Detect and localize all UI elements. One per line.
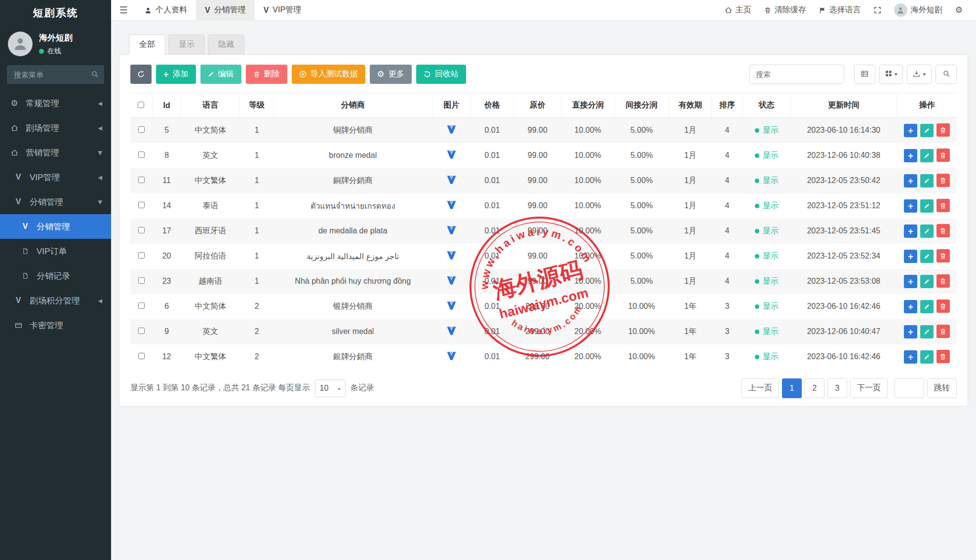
row-image-cell[interactable] bbox=[432, 193, 471, 219]
table-search-input[interactable] bbox=[749, 65, 844, 84]
row-delete-button[interactable] bbox=[937, 224, 950, 237]
row-add-button[interactable]: + bbox=[904, 275, 917, 288]
refresh-button[interactable] bbox=[130, 65, 152, 84]
sidebar-item-8[interactable]: V剧场积分管理◂ bbox=[0, 288, 111, 313]
filter-tab-2[interactable]: 隐藏 bbox=[208, 35, 244, 55]
column-header-2[interactable]: 等级 bbox=[240, 93, 274, 118]
sidebar-item-1[interactable]: 剧场管理◂ bbox=[0, 115, 111, 140]
search-icon[interactable] bbox=[91, 71, 98, 77]
row-image-cell[interactable] bbox=[432, 294, 471, 319]
page-jump-input[interactable] bbox=[895, 378, 924, 398]
row-checkbox[interactable] bbox=[138, 177, 145, 183]
row-image-cell[interactable] bbox=[432, 143, 471, 168]
row-add-button[interactable]: + bbox=[904, 124, 917, 137]
row-edit-button[interactable] bbox=[920, 350, 934, 364]
row-checkbox[interactable] bbox=[138, 227, 145, 233]
fullscreen-button[interactable] bbox=[867, 0, 888, 21]
page-button-3[interactable]: 3 bbox=[827, 378, 847, 398]
row-edit-button[interactable] bbox=[920, 224, 934, 238]
sidebar-item-9[interactable]: 卡密管理 bbox=[0, 313, 111, 337]
columns-button[interactable]: ▾ bbox=[879, 65, 903, 84]
column-header-9[interactable]: 有效期 bbox=[669, 93, 712, 118]
sidebar-item-3[interactable]: VVIP管理◂ bbox=[0, 165, 111, 189]
row-image-cell[interactable] bbox=[432, 118, 471, 143]
row-add-button[interactable]: + bbox=[904, 300, 917, 313]
filter-tab-0[interactable]: 全部 bbox=[129, 35, 165, 55]
home-button[interactable]: 主页 bbox=[718, 0, 758, 21]
sidebar-item-0[interactable]: ⚙常规管理◂ bbox=[0, 91, 111, 115]
row-image-cell[interactable] bbox=[432, 168, 471, 193]
column-header-0[interactable]: Id bbox=[152, 93, 181, 118]
row-image-cell[interactable] bbox=[432, 219, 471, 244]
column-header-4[interactable]: 图片 bbox=[432, 93, 471, 118]
row-checkbox[interactable] bbox=[138, 353, 145, 359]
sidebar-item-2[interactable]: 营销管理▾ bbox=[0, 140, 111, 165]
export-button[interactable]: ▾ bbox=[907, 65, 932, 84]
row-delete-button[interactable] bbox=[937, 274, 950, 288]
row-image-cell[interactable] bbox=[432, 244, 471, 269]
row-image-cell[interactable] bbox=[432, 319, 471, 344]
prev-page-button[interactable]: 上一页 bbox=[742, 378, 779, 398]
row-delete-button[interactable] bbox=[937, 174, 950, 187]
row-add-button[interactable]: + bbox=[904, 149, 917, 162]
row-delete-button[interactable] bbox=[937, 325, 950, 338]
clear-cache-button[interactable]: 清除缓存 bbox=[758, 0, 813, 21]
row-edit-button[interactable] bbox=[920, 275, 934, 288]
row-checkbox[interactable] bbox=[138, 151, 145, 158]
row-edit-button[interactable] bbox=[920, 174, 934, 187]
row-checkbox[interactable] bbox=[138, 302, 145, 309]
column-header-8[interactable]: 间接分润 bbox=[614, 93, 669, 118]
row-edit-button[interactable] bbox=[920, 199, 934, 213]
row-delete-button[interactable] bbox=[937, 199, 950, 212]
row-delete-button[interactable] bbox=[937, 350, 950, 363]
import-button[interactable]: 导入测试数据 bbox=[292, 65, 365, 84]
settings-button[interactable]: ⚙ bbox=[949, 0, 969, 21]
language-button[interactable]: 选择语言 bbox=[813, 0, 867, 21]
delete-button[interactable]: 删除 bbox=[246, 65, 287, 84]
row-add-button[interactable]: + bbox=[904, 174, 917, 187]
navbar-tab-1[interactable]: V分销管理 bbox=[196, 0, 255, 21]
select-all-checkbox[interactable] bbox=[138, 102, 144, 108]
row-edit-button[interactable] bbox=[920, 325, 934, 338]
row-delete-button[interactable] bbox=[937, 299, 950, 313]
row-add-button[interactable]: + bbox=[904, 199, 917, 213]
row-checkbox[interactable] bbox=[138, 252, 145, 259]
row-edit-button[interactable] bbox=[920, 300, 934, 313]
row-add-button[interactable]: + bbox=[904, 325, 917, 338]
column-header-12[interactable]: 更新时间 bbox=[790, 93, 897, 118]
row-add-button[interactable]: + bbox=[904, 224, 917, 238]
row-add-button[interactable]: + bbox=[904, 350, 917, 364]
column-header-10[interactable]: 排序 bbox=[712, 93, 743, 118]
menu-toggle-icon[interactable]: ☰ bbox=[111, 4, 136, 16]
column-header-3[interactable]: 分销商 bbox=[273, 93, 432, 118]
page-button-2[interactable]: 2 bbox=[805, 378, 824, 398]
column-header-5[interactable]: 价格 bbox=[471, 93, 514, 118]
row-delete-button[interactable] bbox=[937, 249, 950, 262]
jump-button[interactable]: 跳转 bbox=[927, 378, 957, 398]
navbar-tab-2[interactable]: VVIP管理 bbox=[255, 0, 310, 21]
column-header-11[interactable]: 状态 bbox=[742, 93, 790, 118]
next-page-button[interactable]: 下一页 bbox=[850, 378, 888, 398]
user-menu-button[interactable]: 海外短剧 bbox=[888, 0, 949, 21]
row-checkbox[interactable] bbox=[138, 328, 145, 334]
sidebar-item-6[interactable]: VIP订单 bbox=[0, 239, 111, 263]
column-header-7[interactable]: 直接分润 bbox=[561, 93, 614, 118]
sidebar-item-5[interactable]: V分销管理 bbox=[0, 214, 111, 239]
column-header-13[interactable]: 操作 bbox=[897, 93, 957, 118]
more-button[interactable]: ⚙更多 bbox=[370, 65, 412, 84]
recycle-button[interactable]: 回收站 bbox=[416, 65, 466, 84]
row-image-cell[interactable] bbox=[432, 269, 471, 294]
sidebar-item-4[interactable]: V分销管理▾ bbox=[0, 189, 111, 214]
page-button-1[interactable]: 1 bbox=[782, 378, 802, 398]
row-delete-button[interactable] bbox=[937, 123, 950, 137]
row-delete-button[interactable] bbox=[937, 149, 950, 162]
edit-button[interactable]: 编辑 bbox=[200, 65, 241, 84]
row-edit-button[interactable] bbox=[920, 149, 934, 162]
row-checkbox[interactable] bbox=[138, 126, 145, 133]
row-image-cell[interactable] bbox=[432, 344, 471, 370]
row-checkbox[interactable] bbox=[138, 202, 145, 208]
filter-tab-1[interactable]: 显示 bbox=[168, 35, 205, 55]
page-size-select[interactable]: 10 ▴ bbox=[315, 379, 346, 397]
sidebar-search-input[interactable] bbox=[7, 65, 104, 84]
row-edit-button[interactable] bbox=[920, 124, 934, 137]
